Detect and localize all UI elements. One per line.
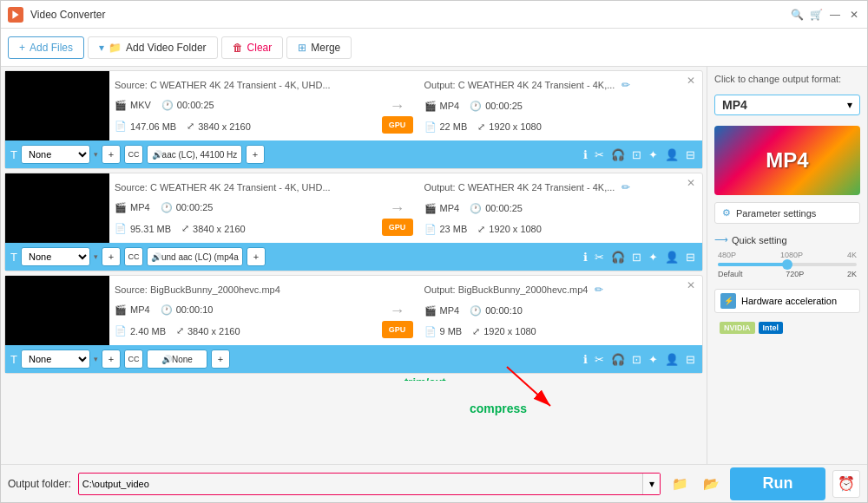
cc-button-3[interactable]: CC xyxy=(124,349,143,369)
subtitle-dropdown-arrow-3[interactable]: ▾ xyxy=(94,355,98,363)
add-files-button[interactable]: + Add Files xyxy=(8,36,84,59)
add-subtitle-button-3[interactable]: + xyxy=(102,349,121,369)
merge-button[interactable]: ⊞ Merge xyxy=(286,36,352,59)
audio-select-2[interactable]: 🔊 und aac (LC) (mp4a xyxy=(147,247,243,266)
person-icon[interactable]: 👤 xyxy=(665,148,679,161)
expand-icon-out: ⤢ xyxy=(477,224,485,235)
intel-badge: Intel xyxy=(759,322,784,334)
minimize-button[interactable]: — xyxy=(829,9,841,21)
cart-icon[interactable]: 🛒 xyxy=(810,9,822,21)
text-icon: T xyxy=(10,148,17,161)
format-hint: Click to change output format: xyxy=(714,74,860,84)
sound-icon-2: 🔊 xyxy=(151,252,161,262)
format-selector[interactable]: MP4 ▾ xyxy=(714,95,860,115)
add-audio-button-2[interactable]: + xyxy=(247,247,266,266)
subtitle-select-2[interactable]: None xyxy=(21,247,90,266)
audio-select[interactable]: 🔊 aac (LC), 44100 Hz xyxy=(147,145,242,164)
subtitle-dropdown-arrow[interactable]: ▾ xyxy=(94,150,98,159)
subtitle-dropdown-arrow-2[interactable]: ▾ xyxy=(94,252,98,261)
search-icon[interactable]: 🔍 xyxy=(791,9,803,21)
parameter-settings-button[interactable]: ⚙ Parameter settings xyxy=(714,202,860,224)
file-icon-out: 📄 xyxy=(424,326,437,337)
info-icon[interactable]: ℹ xyxy=(583,148,588,161)
merge-icon: ⊞ xyxy=(298,42,306,54)
add-subtitle-button[interactable]: + xyxy=(102,145,121,164)
run-button[interactable]: Run xyxy=(730,467,825,500)
quality-slider-thumb[interactable] xyxy=(782,259,792,270)
output-folder-input-wrapper: ▾ xyxy=(78,473,661,495)
output-folder-label: Output folder: xyxy=(8,478,71,490)
controls-bar-3: T None ▾ + CC 🔊 None + ℹ xyxy=(5,345,702,373)
source-size-item: 📄 95.31 MB xyxy=(115,223,171,234)
sound-icon: 🔊 xyxy=(152,150,162,160)
output-folder-input[interactable] xyxy=(79,479,642,489)
add-audio-button[interactable]: + xyxy=(246,145,265,164)
browse-folder-button[interactable]: 📁 xyxy=(667,472,692,496)
subtitle-select-3[interactable]: None xyxy=(21,349,90,369)
clock-icon: 🕐 xyxy=(161,202,173,213)
output-folder-dropdown[interactable]: ▾ xyxy=(642,474,660,494)
crop-icon-3[interactable]: ⊡ xyxy=(632,353,641,366)
add-video-folder-button[interactable]: ▾ 📁 Add Video Folder xyxy=(88,36,218,59)
subtitle-select-1[interactable]: None xyxy=(21,145,90,164)
edit-output-icon[interactable]: ✏ xyxy=(621,79,630,91)
file-meta-2: 📄 95.31 MB ⤢ 3840 x 2160 xyxy=(115,223,371,234)
open-output-button[interactable]: 📂 xyxy=(699,472,723,496)
crop-icon-2[interactable]: ⊡ xyxy=(632,251,641,264)
person-icon-2[interactable]: 👤 xyxy=(665,251,679,264)
clear-button[interactable]: 🗑 Clear xyxy=(221,36,284,59)
audio-select-3[interactable]: 🔊 None xyxy=(147,349,207,369)
close-file-button[interactable]: ✕ xyxy=(687,75,695,87)
output-size-item: 📄 22 MB xyxy=(424,121,468,133)
quality-slider-track xyxy=(718,263,857,266)
headphone-icon-3[interactable]: 🎧 xyxy=(611,353,625,366)
info-icon-2[interactable]: ℹ xyxy=(583,251,588,264)
close-file-button[interactable]: ✕ xyxy=(687,177,695,189)
caption-icon-2[interactable]: ⊟ xyxy=(686,251,695,264)
output-size-item: 📄 23 MB xyxy=(424,224,468,235)
alarm-button[interactable]: ⏰ xyxy=(832,470,860,498)
cc-button[interactable]: CC xyxy=(124,145,143,164)
file-list-panel: Source: C WEATHER 4K 24 Transient - 4K, … xyxy=(1,67,707,464)
gpu-badge: GPU xyxy=(382,116,413,134)
file-close-area: ✕ xyxy=(685,276,702,345)
text-icon: T xyxy=(10,251,17,264)
add-subtitle-button-2[interactable]: + xyxy=(102,247,121,266)
file-thumbnail xyxy=(5,276,109,345)
person-icon-3[interactable]: 👤 xyxy=(665,353,679,366)
controls-bar-2: T None ▾ + CC 🔊 und aac (LC) (mp4a + xyxy=(5,243,702,271)
caption-icon-3[interactable]: ⊟ xyxy=(686,353,695,366)
close-file-button-3[interactable]: ✕ xyxy=(687,279,695,291)
scissors-icon-3[interactable]: ✂ xyxy=(595,353,604,366)
app-icon xyxy=(8,7,23,23)
scissors-icon[interactable]: ✂ xyxy=(595,148,604,161)
convert-arrow-icon: → xyxy=(390,97,405,115)
close-button[interactable]: ✕ xyxy=(848,9,860,21)
file-thumbnail xyxy=(5,173,109,243)
info-icon-3[interactable]: ℹ xyxy=(583,353,588,366)
cc-button-2[interactable]: CC xyxy=(124,247,143,266)
arrow-area: → GPU xyxy=(376,173,419,243)
sparkle-icon-3[interactable]: ✦ xyxy=(648,353,658,366)
sparkle-icon[interactable]: ✦ xyxy=(648,148,658,161)
output-header: Output: BigBuckBunny_2000hevc.mp4 ✏ xyxy=(424,284,681,296)
hw-accel-icon: ⚡ xyxy=(720,293,736,309)
edit-output-icon[interactable]: ✏ xyxy=(621,181,630,193)
sparkle-icon-2[interactable]: ✦ xyxy=(648,251,658,264)
output-size-item: 📄 9 MB xyxy=(424,326,463,337)
crop-icon[interactable]: ⊡ xyxy=(632,148,641,161)
quick-setting: ⟶ Quick setting 480P 1080P 4K Default xyxy=(714,231,860,282)
film-icon: 🎬 xyxy=(115,100,127,111)
output-format-item: 🎬 MP4 xyxy=(424,101,460,112)
scissors-icon-2[interactable]: ✂ xyxy=(595,251,604,264)
format-preview: MP4 xyxy=(714,126,860,195)
hardware-acceleration-option[interactable]: ⚡ Hardware acceleration xyxy=(714,289,860,313)
output-meta: 🎬 MP4 🕐 00:00:25 xyxy=(424,203,681,214)
convert-arrow-icon: → xyxy=(390,302,405,320)
headphone-icon-2[interactable]: 🎧 xyxy=(611,251,625,264)
add-audio-button-3[interactable]: + xyxy=(211,349,230,369)
headphone-icon[interactable]: 🎧 xyxy=(611,148,625,161)
format-name: MP4 xyxy=(722,98,847,112)
edit-output-icon[interactable]: ✏ xyxy=(595,284,603,296)
caption-icon[interactable]: ⊟ xyxy=(686,148,695,161)
